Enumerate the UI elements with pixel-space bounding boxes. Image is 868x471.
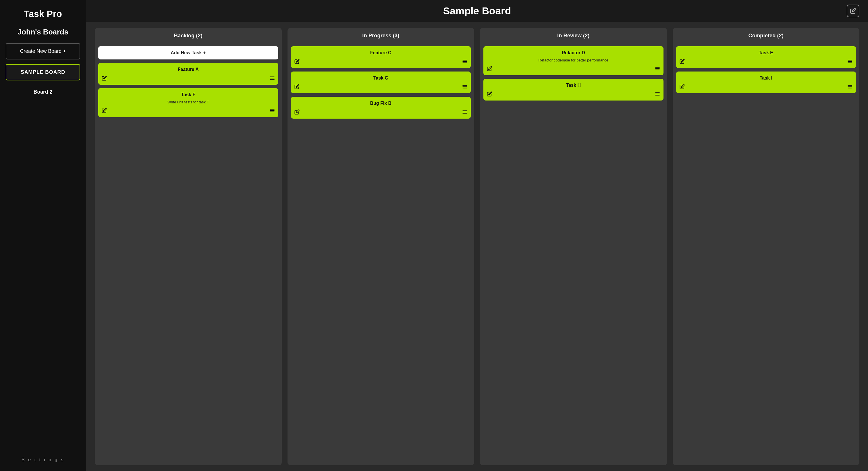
task-menu-icon[interactable] bbox=[462, 84, 467, 91]
task-card-title: Task F bbox=[102, 92, 275, 97]
task-menu-icon[interactable] bbox=[270, 75, 275, 82]
task-card-title: Task H bbox=[487, 83, 660, 88]
task-edit-icon[interactable] bbox=[294, 84, 300, 91]
column-header-in-progress: In Progress (3) bbox=[291, 32, 471, 41]
edit-board-icon[interactable] bbox=[847, 5, 859, 17]
task-card-footer bbox=[102, 108, 275, 114]
task-card-title: Task G bbox=[294, 75, 468, 81]
task-edit-icon[interactable] bbox=[680, 84, 685, 91]
task-card-task-i[interactable]: Task I bbox=[676, 71, 856, 93]
column-backlog: Backlog (2)Add New Task +Feature ATask F… bbox=[95, 28, 282, 465]
task-card-bug-fix-b[interactable]: Bug Fix B bbox=[291, 97, 471, 119]
task-card-footer bbox=[294, 59, 468, 65]
task-edit-icon[interactable] bbox=[680, 59, 685, 65]
sidebar: Task Pro John's Boards Create New Board … bbox=[0, 0, 86, 471]
task-menu-icon[interactable] bbox=[847, 84, 852, 91]
task-card-title: Feature C bbox=[294, 50, 468, 56]
board-header: Sample Board bbox=[86, 0, 868, 22]
app-title: Task Pro bbox=[24, 9, 62, 19]
task-menu-icon[interactable] bbox=[655, 91, 660, 98]
task-edit-icon[interactable] bbox=[294, 59, 300, 65]
task-card-feature-c[interactable]: Feature C bbox=[291, 46, 471, 68]
sample-board-button[interactable]: SAMPLE BOARD bbox=[6, 64, 80, 81]
kanban-board: Backlog (2)Add New Task +Feature ATask F… bbox=[86, 22, 868, 471]
task-card-description: Write unit tests for task F bbox=[102, 100, 275, 104]
task-card-footer bbox=[680, 84, 853, 91]
task-card-footer bbox=[680, 59, 853, 65]
settings-label[interactable]: S e t t i n g s bbox=[22, 457, 64, 462]
task-card-task-e[interactable]: Task E bbox=[676, 46, 856, 68]
task-card-refactor-d[interactable]: Refactor DRefactor codebase for better p… bbox=[484, 46, 663, 75]
task-menu-icon[interactable] bbox=[462, 59, 467, 65]
column-in-review: In Review (2)Refactor DRefactor codebase… bbox=[480, 28, 667, 465]
column-header-backlog: Backlog (2) bbox=[98, 32, 278, 41]
create-board-button[interactable]: Create New Board + bbox=[6, 43, 80, 59]
task-menu-icon[interactable] bbox=[655, 66, 660, 72]
task-card-title: Refactor D bbox=[487, 50, 660, 56]
task-edit-icon[interactable] bbox=[294, 109, 300, 116]
task-edit-icon[interactable] bbox=[487, 66, 492, 72]
task-menu-icon[interactable] bbox=[270, 108, 275, 114]
task-card-footer bbox=[487, 66, 660, 72]
task-edit-icon[interactable] bbox=[102, 75, 107, 82]
column-header-completed: Completed (2) bbox=[676, 32, 856, 41]
task-card-footer bbox=[487, 91, 660, 98]
task-card-footer bbox=[294, 84, 468, 91]
task-card-task-h[interactable]: Task H bbox=[484, 79, 663, 100]
column-in-progress: In Progress (3)Feature CTask GBug Fix B bbox=[287, 28, 474, 465]
column-completed: Completed (2)Task ETask I bbox=[673, 28, 860, 465]
task-card-title: Bug Fix B bbox=[294, 101, 468, 106]
column-header-in-review: In Review (2) bbox=[484, 32, 663, 41]
task-menu-icon[interactable] bbox=[462, 109, 467, 116]
boards-heading: John's Boards bbox=[18, 28, 68, 36]
task-edit-icon[interactable] bbox=[487, 91, 492, 98]
board2-item[interactable]: Board 2 bbox=[6, 85, 80, 99]
task-menu-icon[interactable] bbox=[847, 59, 852, 65]
task-card-title: Task E bbox=[680, 50, 853, 56]
task-card-description: Refactor codebase for better performance bbox=[487, 58, 660, 63]
board-title: Sample Board bbox=[443, 5, 511, 17]
task-card-feature-a[interactable]: Feature A bbox=[98, 63, 278, 85]
task-card-footer bbox=[294, 109, 468, 116]
task-card-title: Task I bbox=[680, 75, 853, 81]
task-card-footer bbox=[102, 75, 275, 82]
task-card-task-f[interactable]: Task FWrite unit tests for task F bbox=[98, 88, 278, 117]
task-card-task-g[interactable]: Task G bbox=[291, 71, 471, 93]
add-task-button[interactable]: Add New Task + bbox=[98, 46, 278, 59]
task-edit-icon[interactable] bbox=[102, 108, 107, 114]
task-card-title: Feature A bbox=[102, 67, 275, 72]
main-content: Sample Board Backlog (2)Add New Task +Fe… bbox=[86, 0, 868, 471]
